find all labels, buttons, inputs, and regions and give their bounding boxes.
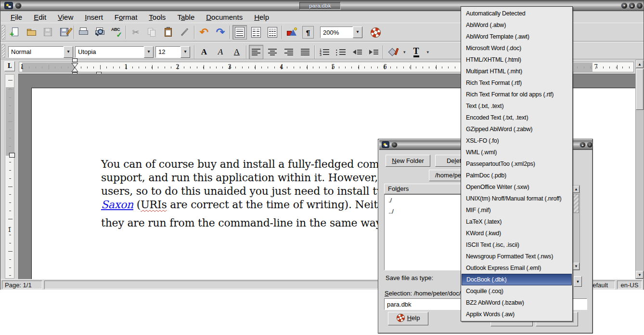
menu-item[interactable]: Tools [143, 12, 171, 22]
highlight-color-button[interactable] [386, 45, 400, 59]
scroll-up-icon[interactable]: ▲ [636, 60, 644, 68]
dialog-maximize-icon[interactable]: ▲ [580, 142, 586, 148]
format-option[interactable]: WML (.wml) [462, 147, 572, 158]
maximize-icon[interactable]: ▲ [629, 2, 635, 9]
menu-item[interactable]: Edit [28, 12, 52, 22]
underline-button[interactable]: A [230, 45, 244, 59]
vertical-scrollbar[interactable]: ▲ ▼ [635, 60, 644, 279]
font-color-button[interactable]: T [409, 45, 424, 59]
menu-item[interactable]: Format [109, 12, 143, 22]
font-size-dropdown-arrow-icon[interactable]: ▾ [180, 46, 190, 58]
font-combo[interactable]: Utopia ▾ [75, 46, 154, 58]
font-dropdown-arrow-icon[interactable]: ▾ [144, 46, 154, 58]
format-option[interactable]: PassepartoutToo (.xml2ps) [462, 158, 572, 170]
menu-item[interactable]: Table [172, 12, 200, 22]
format-option[interactable]: AbiWord (.abw) [462, 19, 572, 31]
menu-item[interactable]: File [5, 12, 27, 22]
show-formatting-button[interactable]: ¶ [301, 25, 315, 40]
align-justify-button[interactable] [298, 45, 312, 59]
zoom-dropdown-arrow-icon[interactable]: ▾ [353, 27, 362, 38]
format-option[interactable]: Text (.txt, .text) [462, 100, 572, 112]
format-combo-arrow-icon[interactable]: ▾ [574, 276, 582, 287]
zoom-combo[interactable]: ▾ [320, 27, 362, 38]
font-color-dropdown-icon[interactable]: ▾ [425, 50, 431, 54]
format-option[interactable]: Multipart HTML (.mht) [462, 66, 572, 77]
files-scroll-up-icon[interactable]: ▲ [573, 186, 580, 193]
redo-button[interactable]: ↷ [213, 25, 228, 40]
toolbar-drag-handle[interactable] [1, 44, 5, 58]
tab-stop-selector[interactable]: L [4, 61, 15, 71]
undo-button[interactable]: ↶ [197, 25, 211, 40]
files-scroll-down-icon[interactable]: ▼ [573, 263, 580, 270]
zoom-input[interactable] [320, 27, 353, 38]
bullet-list-button[interactable]: ••• [334, 45, 348, 59]
format-option[interactable]: LaTeX (.latex) [462, 216, 572, 228]
new-document-button[interactable]: + [8, 25, 23, 40]
help-button-toolbar[interactable] [368, 25, 383, 40]
menu-item[interactable]: View [52, 12, 78, 22]
view-two-columns-button[interactable] [249, 25, 263, 40]
format-option[interactable]: OpenOffice Writer (.sxw) [462, 181, 572, 193]
help-button[interactable]: Help [388, 312, 428, 325]
format-option[interactable]: UNIX(tm) Nroff/Manual format (.nroff) [462, 193, 572, 204]
format-option[interactable]: XSL-FO (.fo) [462, 135, 572, 147]
scroll-down-icon[interactable]: ▼ [636, 271, 644, 279]
vertical-ruler[interactable]: 1 [5, 74, 14, 279]
style-combo[interactable]: Normal ▾ [8, 46, 73, 58]
saxon-link[interactable]: Saxon [101, 199, 133, 211]
style-dropdown-arrow-icon[interactable]: ▾ [64, 46, 73, 58]
numbered-list-button[interactable]: 123 [317, 45, 332, 59]
format-option[interactable]: Automatically Detected [462, 8, 572, 19]
align-center-button[interactable] [265, 45, 280, 59]
format-option[interactable]: Encoded Text (.txt, .text) [462, 112, 572, 123]
format-option[interactable]: GZipped AbiWord (.zabw) [462, 123, 572, 135]
view-normal-button[interactable] [232, 25, 247, 40]
document-text-line[interactable]: You can of course buy and install a full… [101, 158, 389, 170]
view-three-columns-button[interactable] [265, 25, 280, 40]
files-scrollbar[interactable]: ▲ ▼ [572, 185, 580, 270]
format-option[interactable]: Applix Words (.aw) [462, 308, 572, 320]
align-right-button[interactable] [282, 45, 296, 59]
close-icon[interactable]: / [636, 2, 643, 9]
format-option[interactable]: BZ2 AbiWord (.bzabw) [462, 297, 572, 308]
font-size-combo[interactable]: 12 ▾ [155, 46, 190, 58]
open-button[interactable] [25, 25, 39, 40]
document-text-line[interactable]: support, and run this application within… [101, 172, 385, 184]
format-option[interactable]: Outlook Express Email (.eml) [462, 262, 572, 274]
spellcheck-button[interactable]: ABC✓ [109, 25, 124, 40]
format-option[interactable]: DocBook (.dbk) [462, 274, 572, 285]
pen-button[interactable] [178, 25, 192, 40]
document-text-line[interactable]: they are run from the command-line in th… [101, 217, 382, 229]
menu-item[interactable]: Documents [201, 12, 248, 22]
minimize-icon[interactable]: ▼ [621, 2, 628, 9]
format-option[interactable]: ISCII Text (.isc, .iscii) [462, 239, 572, 251]
format-option[interactable]: HTML/XHTML (.html) [462, 54, 572, 66]
print-button[interactable] [77, 25, 91, 40]
menu-item[interactable]: Help [249, 12, 274, 22]
bold-button[interactable]: A [197, 45, 211, 59]
menu-item[interactable]: Insert [79, 12, 108, 22]
format-option[interactable]: Newsgroup Formatted Text (.nws) [462, 251, 572, 262]
format-option[interactable]: MIF (.mif) [462, 204, 572, 216]
align-left-button[interactable] [249, 45, 263, 59]
highlight-color-dropdown-icon[interactable]: ▾ [402, 50, 407, 54]
toolbar-drag-handle[interactable] [1, 25, 5, 40]
files-scrollbar-thumb[interactable] [573, 194, 579, 213]
save-as-button[interactable] [57, 25, 72, 40]
format-option[interactable]: AbiWord Template (.awt) [462, 31, 572, 42]
print-preview-button[interactable] [93, 25, 107, 40]
misspelled-word[interactable]: URIs [141, 199, 167, 211]
format-option[interactable]: KWord (.kwd) [462, 228, 572, 239]
paste-button[interactable] [161, 25, 176, 40]
dialog-menu-icon[interactable]: − [391, 142, 398, 148]
insert-shapes-button[interactable] [284, 25, 299, 40]
document-text-line[interactable]: users, so to do this unaided you just ne… [101, 185, 392, 197]
dialog-close-icon[interactable]: / [587, 142, 593, 148]
format-option[interactable]: PalmDoc (.pdb) [462, 170, 572, 181]
format-option[interactable]: Microsoft Word (.doc) [462, 42, 572, 54]
document-text-line[interactable]: Saxon (URIs are correct at the time of w… [101, 199, 396, 211]
new-folder-button[interactable]: New Folder [386, 155, 430, 167]
language-indicator[interactable]: en-US [617, 281, 642, 289]
italic-button[interactable]: A [213, 45, 228, 59]
format-option[interactable]: Coquille (.coq) [462, 285, 572, 297]
